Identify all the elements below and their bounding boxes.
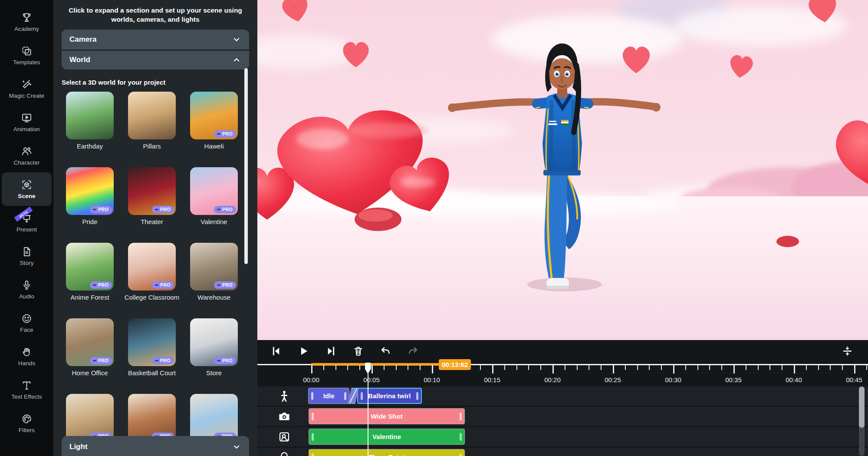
world-card-basketball-court[interactable]: PROBasketball Court (128, 318, 176, 394)
skip-to-end-button[interactable] (325, 345, 337, 357)
light-section-header[interactable]: Light (62, 436, 249, 456)
ruler-minor-tick (637, 365, 638, 370)
clip-trim-handle-left[interactable] (312, 413, 314, 420)
clip-trim-handle-right[interactable] (460, 453, 462, 456)
sidebar-item-label: Present (16, 226, 37, 233)
world-card-haweli[interactable]: PROHaweli (190, 92, 238, 167)
clip-trim-handle-left[interactable] (311, 392, 313, 400)
clip-trim-handle-left[interactable] (312, 433, 314, 441)
light-track: Three Point (257, 448, 868, 456)
world-card-home-office[interactable]: PROHome Office (66, 318, 114, 394)
world-card-anime-forest[interactable]: PROAnime Forest (66, 243, 114, 318)
world-name: Store (182, 369, 246, 377)
sidebar-item-hands[interactable]: Hands (2, 340, 52, 373)
world-thumbnail: PRO (128, 167, 176, 215)
sidebar-item-animation[interactable]: Animation (2, 106, 52, 139)
present-icon: BETA (21, 212, 33, 224)
crown-icon (217, 283, 221, 287)
clip-label: Wide Shot (371, 413, 402, 420)
world-card-theater[interactable]: PROTheater (128, 167, 176, 243)
world-name: Warehouse (182, 294, 246, 302)
playhead-line (368, 373, 368, 456)
world-thumbnail: PRO (190, 318, 238, 366)
ruler-label: 00:20 (544, 376, 561, 383)
ruler-minor-tick (420, 365, 421, 370)
sidebar-item-label: Filters (19, 427, 35, 433)
sidebar-item-magic-create[interactable]: Magic Create (2, 72, 52, 106)
playhead-handle[interactable] (365, 363, 371, 374)
world-card-warehouse[interactable]: PROWarehouse (190, 243, 238, 318)
sidebar-item-story[interactable]: Story (2, 239, 52, 273)
ruler-major-tick (492, 365, 493, 373)
timeline-ruler[interactable]: 00:13:62 00:0000:0500:1000:1500:2000:250… (257, 362, 868, 387)
scene-viewport[interactable] (257, 0, 868, 340)
world-card-store[interactable]: PROStore (190, 318, 238, 394)
world-card-pillars[interactable]: Pillars (128, 92, 176, 167)
sidebar-item-scene[interactable]: Scene (2, 172, 52, 206)
ruler-major-tick (613, 365, 614, 373)
sidebar-item-label: Story (20, 260, 33, 266)
clip-trim-handle-left[interactable] (312, 453, 314, 456)
sidebar-item-present[interactable]: BETAPresent (2, 206, 52, 239)
world-thumbnail: PRO (190, 92, 238, 139)
clip-valentine[interactable]: Valentine (309, 429, 464, 445)
sidebar-item-character[interactable]: Character (2, 139, 52, 172)
world-card-earthday[interactable]: Earthday (66, 92, 114, 167)
ruler-minor-tick (818, 365, 819, 370)
clip-three-point[interactable]: Three Point (309, 449, 464, 456)
text-icon (21, 380, 33, 391)
ruler-minor-tick (758, 365, 759, 370)
ruler-minor-tick (528, 365, 529, 370)
sidebar-item-academy[interactable]: Academy (2, 5, 52, 39)
panel-scrollbar[interactable] (244, 68, 248, 264)
ruler-minor-tick (746, 365, 746, 370)
main-area: 00:13:62 00:0000:0500:1000:1500:2000:250… (257, 0, 868, 456)
clip-wide-shot[interactable]: Wide Shot (309, 408, 464, 424)
ruler-major-tick (673, 365, 674, 373)
clip-trim-handle-right[interactable] (344, 392, 346, 400)
palette-icon (21, 413, 33, 425)
ruler-minor-tick (323, 365, 324, 370)
delete-button[interactable] (352, 345, 364, 357)
world-card-valentine[interactable]: PROValentine (190, 167, 238, 243)
sidebar-item-face[interactable]: Face (2, 306, 52, 340)
clip-idle[interactable]: Idle (308, 388, 349, 404)
ruler-major-tick (432, 365, 433, 373)
ruler-minor-tick (359, 365, 360, 370)
world-card-pride[interactable]: PROPride (66, 167, 114, 243)
crown-icon (217, 132, 221, 136)
microphone-icon (21, 279, 33, 291)
clip-ballerina-twirl[interactable]: Ballerina twirl (357, 388, 422, 404)
collapse-timeline-button[interactable] (842, 345, 853, 357)
clip-trim-handle-right[interactable] (416, 392, 418, 400)
sidebar-item-templates[interactable]: Templates (2, 39, 52, 72)
camera-section-header[interactable]: Camera (62, 30, 249, 50)
sidebar-item-text-effects[interactable]: Text Effects (2, 373, 52, 406)
tracks-scrollbar-thumb[interactable] (859, 387, 865, 428)
ruler-major-tick (552, 365, 554, 373)
world-thumbnail: PRO (128, 394, 176, 442)
ruler-minor-tick (709, 365, 710, 370)
ruler-minor-tick (721, 365, 722, 370)
clip-trim-handle-right[interactable] (460, 413, 462, 420)
chevron-up-icon (232, 55, 241, 65)
sidebar-item-filters[interactable]: Filters (2, 406, 52, 440)
clip-trim-handle-right[interactable] (460, 433, 462, 441)
clip-trim-handle-left[interactable] (361, 392, 363, 400)
ruler-label: 00:40 (786, 376, 802, 383)
sidebar-item-audio[interactable]: Audio (2, 273, 52, 306)
world-card-college-classroom[interactable]: PROCollege Classroom (128, 243, 176, 318)
ruler-minor-tick (347, 365, 348, 370)
undo-button[interactable] (380, 345, 391, 357)
pro-badge: PRO (214, 130, 236, 138)
world-thumbnail: PRO (66, 394, 114, 442)
ruler-minor-tick (516, 365, 517, 370)
ruler-minor-tick (649, 365, 650, 370)
person-icon (257, 387, 311, 406)
world-section-header[interactable]: World (62, 50, 249, 69)
clip-label: Idle (323, 392, 335, 400)
tracks-scrollbar[interactable] (859, 387, 865, 456)
play-button[interactable] (298, 345, 309, 357)
skip-to-start-button[interactable] (270, 345, 282, 357)
redo-button[interactable] (407, 345, 419, 357)
